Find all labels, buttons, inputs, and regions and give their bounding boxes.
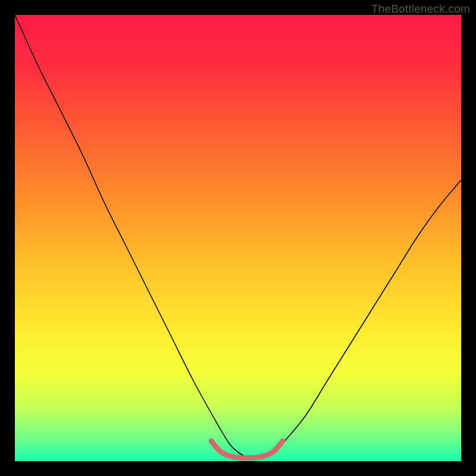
plot-area <box>15 15 461 461</box>
bottleneck-chart <box>15 15 461 461</box>
chart-frame: TheBottleneck.com <box>0 0 476 476</box>
gradient-background <box>15 15 461 461</box>
watermark-text: TheBottleneck.com <box>371 2 470 15</box>
